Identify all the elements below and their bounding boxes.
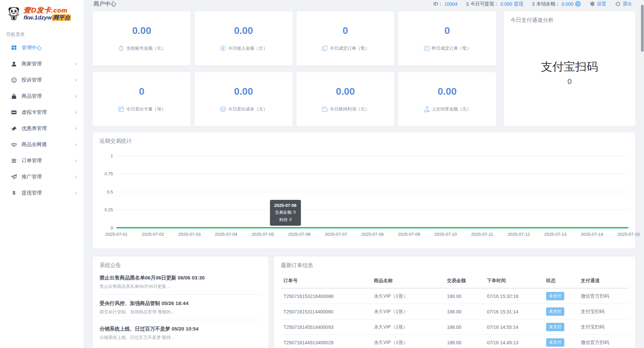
handshake-icon (10, 141, 17, 148)
cell-amount: 188.00 (444, 288, 484, 304)
settings-label: 设置 (597, 1, 606, 7)
announcement-title[interactable]: 分销系统上线、日过百万不是梦 05/20 10:54 (100, 326, 262, 332)
payment-channel-panel: 今日支付通道分析 支付宝扫码 0 (504, 11, 635, 126)
nav-section-label: 导航菜单 (0, 26, 84, 40)
logout-button[interactable]: 退出 (615, 1, 632, 7)
id-label: ID： (433, 1, 443, 7)
orders-title: 最新订单信息 (281, 262, 629, 269)
chevron-right-icon: › (75, 126, 77, 131)
y-tick-label: 0.25 (105, 207, 113, 212)
ticket-icon (10, 125, 17, 132)
channel-panel-title: 今日支付通道分析 (510, 17, 629, 24)
chart-plot[interactable]: 2025-07-06 交易金额: 0利润: 0 (116, 156, 629, 228)
announcement-title[interactable]: 受央行风控、加强商品管制 05/26 18:44 (100, 300, 262, 307)
sidebar-item-label: 订单管理 (22, 158, 42, 164)
tooltip-date: 2025-07-06 (274, 203, 297, 208)
x-tick-label: 2025-07-03 (178, 232, 201, 237)
x-tick-label: 2025-07-08 (361, 232, 384, 237)
moneybag-icon: ¥ (118, 45, 124, 52)
chart-tooltip: 2025-07-06 交易金额: 0利润: 0 (270, 200, 301, 226)
withdrawable-value: 0.000 (500, 1, 512, 7)
x-tick-label: 2025-07-14 (581, 232, 603, 237)
y-tick-label: 0.5 (107, 189, 113, 194)
x-tick-label: 2025-07-11 (471, 232, 493, 237)
announcement-excerpt: 禁止出售商品黑名单06月06日更新 ... (100, 284, 262, 290)
x-tick-label: 2025-07-06 (288, 232, 311, 237)
sidebar-item-label: 虚拟卡管理 (22, 109, 47, 116)
sidebar-item-商品全网通[interactable]: 商品全网通› (0, 136, 84, 153)
svg-text:¥: ¥ (222, 110, 224, 112)
announcements-card: 系统公告 禁止出售商品黑名单06月06日更新 06/06 03:30禁止出售商品… (93, 257, 268, 348)
frown-icon (10, 76, 17, 84)
chevron-right-icon: › (75, 93, 77, 99)
copy-icon (321, 45, 328, 52)
chevron-right-icon: › (75, 158, 77, 163)
stat-label: 今日获得利润（元） (321, 106, 369, 113)
settings-button[interactable]: 设置 (590, 1, 606, 7)
announcement-item: 分销系统上线、日过百万不是梦 05/20 10:54分销系统上线、日过百万不是梦… (100, 320, 262, 345)
stat-card: 0.00¥上次结算金额（元） (398, 72, 496, 126)
help-icon[interactable]: ? (575, 1, 581, 7)
stat-value: 0.00 (234, 25, 253, 36)
stat-label-text: 昨日成交订单（笔） (432, 45, 471, 51)
dashboard-icon (10, 44, 17, 51)
cell-time: 07/16 15:32:16 (484, 288, 543, 304)
sidebar-item-提现管理[interactable]: $提现管理› (0, 185, 84, 201)
cell-order-no: T250716153114400090 (281, 304, 371, 319)
cell-channel: 支付宝扫码 (578, 319, 629, 335)
sidebar-item-投诉管理[interactable]: 投诉管理› (0, 72, 84, 88)
gear-icon (590, 1, 595, 7)
stat-card: 0今日成交订单（笔） (297, 11, 394, 66)
stat-value: 0 (139, 86, 144, 97)
stat-label-text: 今日卖出卡量（张） (126, 106, 165, 112)
cell-channel: 微信官方扫码 (578, 335, 629, 348)
stat-label: ¥上次结算金额（元） (423, 106, 471, 113)
recent-transactions-chart-card: 近期交易统计 00.250.50.751 2025-07-06 交易金额: 0利… (93, 132, 635, 249)
stat-label: 今日收入金额（元） (220, 45, 267, 52)
sidebar-item-label: 优惠券管理 (22, 125, 47, 132)
latest-orders-card: 最新订单信息 订单号商品名称交易金额下单时间状态支付通道 T2507161532… (274, 257, 635, 348)
cell-product: 永久VIP（1张） (371, 335, 444, 348)
sidebar-item-订单管理[interactable]: 订单管理› (0, 153, 84, 169)
sidebar-item-商品管理[interactable]: 商品管理› (0, 88, 84, 104)
sidebar-item-label: 管理中心 (22, 45, 42, 51)
announcements-title: 系统公告 (100, 262, 262, 269)
stat-label-text: 今日收入金额（元） (228, 45, 267, 51)
scrollbar-thumb[interactable] (641, 5, 644, 52)
stat-label: ¥今日卖出成本（元） (220, 106, 267, 113)
table-row: T250716144913400028永久VIP（1张）188.0007/16 … (281, 335, 629, 348)
sidebar: 壹D发卡.com fkw.1dzyw网平台 导航菜单 管理中心商家管理›投诉管理… (0, 0, 84, 348)
y-tick-label: 1 (111, 153, 113, 158)
announcements-list: 禁止出售商品黑名单06月06日更新 06/06 03:30禁止出售商品黑名单06… (100, 269, 262, 345)
cell-amount: 188.00 (444, 319, 484, 335)
chevron-right-icon: › (75, 142, 77, 147)
credit-card-icon (10, 108, 17, 116)
channel-name: 支付宝扫码 (541, 59, 598, 75)
merchant-dashboard: 壹D发卡.com fkw.1dzyw网平台 导航菜单 管理中心商家管理›投诉管理… (0, 0, 644, 348)
sidebar-item-虚拟卡管理[interactable]: 虚拟卡管理› (0, 104, 84, 120)
coins-icon: ¥ (220, 106, 226, 113)
user-icon (10, 60, 17, 68)
announcement-excerpt: 分销系统上线、日过百万不是梦 期待... (100, 335, 262, 341)
stat-label-text: 今日获得利润（元） (330, 106, 369, 112)
sidebar-item-label: 提现管理 (22, 190, 42, 196)
x-tick-label: 2025-07-15 (617, 232, 640, 237)
sidebar-item-管理中心[interactable]: 管理中心 (0, 40, 84, 56)
site-logo[interactable]: 壹D发卡.com fkw.1dzyw网平台 (0, 3, 84, 26)
sidebar-item-优惠券管理[interactable]: 优惠券管理› (0, 120, 84, 136)
bag-icon (10, 92, 17, 100)
chevron-right-icon: › (75, 61, 77, 67)
brand-text: 壹D发卡.com fkw.1dzyw网平台 (24, 6, 71, 21)
announcement-title[interactable]: 禁止出售商品黑名单06月06日更新 06/06 03:30 (100, 275, 262, 281)
sidebar-item-商家管理[interactable]: 商家管理› (0, 56, 84, 72)
withdraw-link[interactable]: 提现 (514, 1, 523, 7)
sidebar-item-推广管理[interactable]: 推广管理› (0, 169, 84, 185)
x-tick-label: 2025-07-13 (544, 232, 567, 237)
dollar-icon: $ (466, 1, 469, 7)
gridline (116, 174, 629, 174)
x-tick-label: 2025-07-01 (105, 232, 128, 237)
svg-text:$: $ (12, 190, 15, 195)
stat-label-text: 当前账号金额（元） (126, 45, 165, 51)
svg-text:¥: ¥ (120, 48, 122, 51)
sidebar-item-label: 投诉管理 (22, 77, 42, 83)
